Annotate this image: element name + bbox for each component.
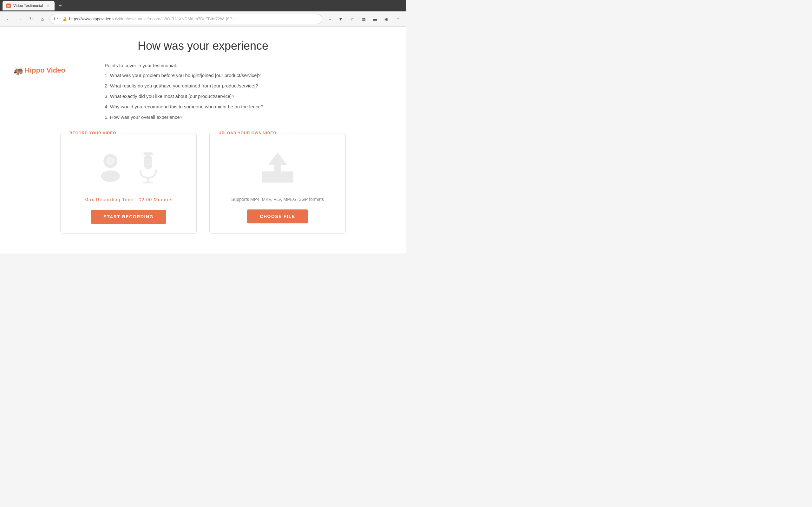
list-item: 1. What was your problem before you boug… (105, 72, 301, 78)
upload-card: UPLOAD YOUR OWN VIDEO Supports MP4, MKV,… (209, 133, 346, 233)
tab-title: Video Testimonial (13, 3, 43, 8)
svg-rect-15 (262, 171, 293, 182)
address-bar[interactable]: ℹ 🛡 🔒 https://www.hippovideo.io/video/te… (49, 14, 322, 24)
record-card: RECORD YOUR VIDEO (60, 133, 197, 233)
page-content: 🦛 Hippo Video How was your experience Po… (0, 26, 406, 253)
cards-row: RECORD YOUR VIDEO (60, 133, 346, 233)
list-item: 2. What results do you get/have you obta… (105, 82, 301, 89)
list-item: 3. What exactly did you like most about … (105, 93, 301, 100)
svg-point-5 (101, 170, 120, 182)
active-tab[interactable]: hv Video Testimonial × (3, 1, 55, 10)
logo-text: Hippo Video (25, 66, 65, 74)
url-base: https://www.hippovideo.io (69, 16, 116, 21)
record-card-label: RECORD YOUR VIDEO (67, 131, 119, 135)
camera-icon (98, 151, 130, 186)
library-button[interactable]: ▦ (359, 14, 368, 23)
record-card-icons (98, 149, 159, 187)
reload-button[interactable]: ↻ (27, 14, 36, 23)
microphone-icon (137, 151, 159, 186)
choose-file-button[interactable]: CHOOSE FILE (247, 210, 308, 223)
supports-text: Supports MP4, MKV, FLV, MPEG, 3GP format… (231, 197, 324, 202)
recording-time-text: Max Recording Time : 02:00 Minutes (84, 197, 172, 202)
forward-button[interactable]: → (15, 14, 24, 23)
url-display: https://www.hippovideo.io/video/testimon… (69, 16, 318, 21)
pocket-button[interactable]: ▼ (336, 14, 345, 23)
page-wrapper: How was your experience Points to cover … (60, 39, 346, 233)
points-list: 1. What was your problem before you boug… (105, 72, 301, 120)
points-intro: Points to cover in your testimonial. (105, 63, 301, 68)
svg-point-7 (108, 159, 112, 163)
browser-toolbar-right: ··· ▼ ☆ ▦ ▬ ◉ ≡ (325, 14, 402, 23)
nav-bar: ← → ↻ ⌂ ℹ 🛡 🔒 https://www.hippovideo.io/… (0, 11, 406, 26)
svg-text:🦛: 🦛 (13, 66, 24, 76)
logo-hippo: Hippo (25, 66, 44, 74)
shield-icon: 🛡 (57, 17, 61, 21)
account-button[interactable]: ◉ (382, 14, 391, 23)
menu-button[interactable]: ≡ (393, 14, 402, 23)
list-item: 5. How was your overall experience? (105, 114, 301, 120)
tab-bar: hv Video Testimonial × + (0, 0, 406, 11)
home-button[interactable]: ⌂ (38, 14, 47, 23)
reader-button[interactable]: ▬ (370, 14, 379, 23)
svg-rect-8 (143, 153, 153, 155)
bookmark-button[interactable]: ☆ (348, 14, 357, 23)
lock-icon: 🔒 (62, 17, 67, 21)
logo-icon: 🦛 (13, 65, 24, 76)
browser-chrome: hv Video Testimonial × + ← → ↻ ⌂ ℹ 🛡 🔒 h… (0, 0, 406, 26)
tab-favicon: hv (6, 3, 11, 8)
upload-icon (257, 149, 298, 187)
svg-marker-16 (268, 153, 287, 171)
points-section: Points to cover in your testimonial. 1. … (105, 63, 301, 120)
more-button[interactable]: ··· (325, 14, 334, 23)
page-header: How was your experience (60, 39, 346, 53)
start-recording-button[interactable]: START RECORDING (91, 210, 166, 224)
info-icon: ℹ (54, 17, 55, 21)
upload-card-icons (257, 149, 298, 187)
url-path: /video/testimonial/record/jh8OIR2kXNDAkL… (116, 16, 238, 21)
upload-card-label: UPLOAD YOUR OWN VIDEO (216, 131, 279, 135)
page-title: How was your experience (60, 39, 346, 53)
new-tab-button[interactable]: + (56, 1, 65, 10)
list-item: 4. Why would you recommend this to someo… (105, 103, 301, 110)
tab-close-button[interactable]: × (46, 3, 51, 8)
back-button[interactable]: ← (4, 14, 13, 23)
logo: 🦛 Hippo Video (13, 65, 65, 77)
